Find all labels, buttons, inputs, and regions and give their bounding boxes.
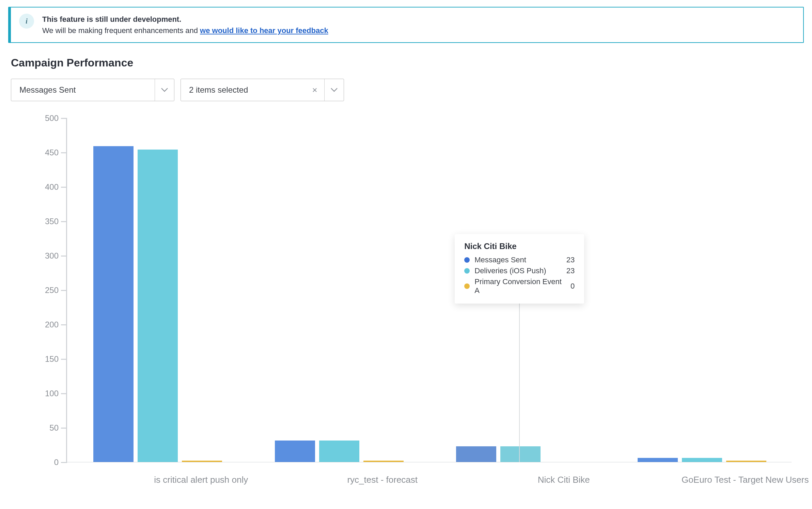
tooltip-guide-line: [519, 293, 520, 462]
tooltip-series-name: Primary Conversion Event A: [474, 277, 566, 295]
banner-text: This feature is still under development.…: [42, 14, 328, 36]
chevron-down-icon[interactable]: [155, 79, 174, 101]
y-tick-label: 500: [25, 113, 59, 123]
x-tick-label: GoEuro Test - Target New Users: [682, 475, 809, 485]
bar-messages-sent[interactable]: [456, 446, 496, 462]
y-tick-label: 0: [25, 458, 59, 467]
metric-select-value: Messages Sent: [11, 79, 155, 101]
banner-line2-prefix: We will be making frequent enhancements …: [42, 26, 200, 35]
tooltip-row: Messages Sent23: [464, 254, 575, 265]
y-tick-label: 50: [25, 423, 59, 433]
x-axis-labels: is critical alert push onlyryc_test - fo…: [66, 466, 796, 487]
tooltip-series-value: 0: [571, 282, 575, 291]
y-tick-label: 100: [25, 389, 59, 398]
plot-area: [66, 118, 792, 462]
info-icon: i: [19, 14, 34, 29]
y-tick-label: 450: [25, 148, 59, 157]
x-tick-label: ryc_test - forecast: [347, 475, 418, 485]
controls-row: Messages Sent 2 items selected ×: [11, 79, 804, 101]
tooltip-row: Deliveries (iOS Push)23: [464, 265, 575, 276]
bar-deliveries-ios-push-[interactable]: [682, 458, 722, 462]
page-title: Campaign Performance: [11, 57, 804, 69]
y-tick-label: 300: [25, 251, 59, 261]
tooltip-series-value: 23: [566, 266, 575, 275]
items-select-value: 2 items selected: [181, 79, 305, 101]
y-axis: 050100150200250300350400450500: [22, 118, 63, 462]
tooltip-title: Nick Citi Bike: [464, 242, 575, 251]
chevron-down-icon[interactable]: [325, 79, 344, 101]
bar-primary-conversion-event-a[interactable]: [363, 461, 404, 462]
tooltip-row: Primary Conversion Event A0: [464, 276, 575, 296]
metric-select[interactable]: Messages Sent: [11, 79, 174, 101]
y-tick-label: 150: [25, 354, 59, 364]
y-tick-label: 400: [25, 182, 59, 192]
bar-primary-conversion-event-a[interactable]: [182, 461, 222, 462]
bar-messages-sent[interactable]: [275, 441, 315, 462]
tooltip-series-name: Deliveries (iOS Push): [474, 266, 562, 275]
x-tick-label: is critical alert push only: [154, 475, 248, 485]
feedback-link[interactable]: we would like to hear your feedback: [200, 26, 328, 35]
legend-swatch: [464, 283, 470, 289]
info-banner: i This feature is still under developmen…: [8, 7, 804, 43]
banner-line1: This feature is still under development.: [42, 15, 181, 24]
y-tick-label: 250: [25, 286, 59, 295]
bar-deliveries-ios-push-[interactable]: [319, 441, 359, 462]
y-tick-label: 350: [25, 217, 59, 226]
legend-swatch: [464, 268, 470, 274]
chart-tooltip: Nick Citi Bike Messages Sent23Deliveries…: [455, 234, 584, 304]
tooltip-series-value: 23: [566, 256, 575, 264]
x-tick-label: Nick Citi Bike: [538, 475, 590, 485]
tooltip-series-name: Messages Sent: [474, 256, 562, 264]
clear-icon[interactable]: ×: [305, 79, 324, 101]
bar-deliveries-ios-push-[interactable]: [500, 446, 541, 462]
legend-swatch: [464, 257, 470, 263]
bar-messages-sent[interactable]: [638, 458, 678, 462]
items-select[interactable]: 2 items selected ×: [181, 79, 344, 101]
bar-deliveries-ios-push-[interactable]: [138, 150, 178, 462]
campaign-performance-chart: 050100150200250300350400450500: [22, 118, 792, 462]
bar-messages-sent[interactable]: [93, 146, 134, 462]
y-tick-label: 200: [25, 320, 59, 329]
bar-primary-conversion-event-a[interactable]: [726, 461, 766, 462]
